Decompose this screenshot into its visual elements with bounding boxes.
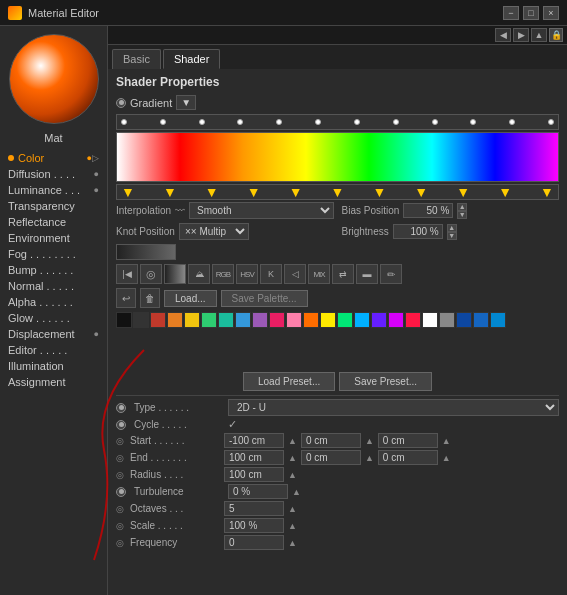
sidebar-item-normal[interactable]: Normal . . . . .: [4, 278, 103, 294]
palette-swatch-0[interactable]: [116, 312, 132, 328]
type-select[interactable]: 2D - U: [228, 399, 559, 416]
tool-circle-button[interactable]: ◎: [140, 264, 162, 284]
save-palette-button[interactable]: Save Palette...: [221, 290, 308, 307]
palette-swatch-20[interactable]: [456, 312, 472, 328]
undo-button[interactable]: ↩: [116, 288, 136, 308]
palette-swatch-11[interactable]: [303, 312, 319, 328]
stop-marker-8[interactable]: ▼: [414, 184, 428, 200]
end-y-input[interactable]: [301, 450, 361, 465]
stop-marker-1[interactable]: ▼: [121, 184, 135, 200]
palette-swatch-16[interactable]: [388, 312, 404, 328]
gradient-top-bar[interactable]: [116, 114, 559, 130]
start-x-input[interactable]: [224, 433, 284, 448]
sidebar-item-luminance[interactable]: Luminance . . . ●: [4, 182, 103, 198]
palette-swatch-5[interactable]: [201, 312, 217, 328]
start-y-spin-up[interactable]: ▲: [365, 436, 374, 446]
gradient-stops-bar[interactable]: ▼ ▼ ▼ ▼ ▼ ▼ ▼ ▼ ▼ ▼ ▼: [116, 184, 559, 200]
sidebar-item-transparency[interactable]: Transparency: [4, 198, 103, 214]
turbulence-radio[interactable]: [116, 487, 126, 497]
sidebar-item-alpha[interactable]: Alpha . . . . . .: [4, 294, 103, 310]
palette-swatch-15[interactable]: [371, 312, 387, 328]
interpolation-select[interactable]: Smooth: [189, 202, 333, 219]
start-y-input[interactable]: [301, 433, 361, 448]
close-button[interactable]: ×: [543, 6, 559, 20]
arrow-left-button[interactable]: ◀: [495, 28, 511, 42]
type-radio[interactable]: [116, 403, 126, 413]
octaves-input[interactable]: [224, 501, 284, 516]
load-preset-button[interactable]: Load Preset...: [243, 372, 335, 391]
end-x-spin-up[interactable]: ▲: [288, 453, 297, 463]
tab-basic[interactable]: Basic: [112, 49, 161, 69]
frequency-spin-up[interactable]: ▲: [288, 538, 297, 548]
sidebar-item-diffusion[interactable]: Diffusion . . . . ●: [4, 166, 103, 182]
end-x-input[interactable]: [224, 450, 284, 465]
title-controls[interactable]: − □ ×: [503, 6, 559, 20]
minimize-button[interactable]: −: [503, 6, 519, 20]
palette-swatch-7[interactable]: [235, 312, 251, 328]
tool-left-button[interactable]: |◀: [116, 264, 138, 284]
bias-down-button[interactable]: ▼: [457, 211, 467, 219]
stop-marker-2[interactable]: ▼: [163, 184, 177, 200]
tool-swap-button[interactable]: ⇄: [332, 264, 354, 284]
stop-marker-10[interactable]: ▼: [498, 184, 512, 200]
trash-button[interactable]: 🗑: [140, 288, 160, 308]
scale-input[interactable]: [224, 518, 284, 533]
palette-swatch-4[interactable]: [184, 312, 200, 328]
sidebar-item-editor[interactable]: Editor . . . . .: [4, 342, 103, 358]
palette-swatch-19[interactable]: [439, 312, 455, 328]
start-z-input[interactable]: [378, 433, 438, 448]
sidebar-item-color[interactable]: Color ● ▷: [4, 150, 103, 166]
brightness-up-button[interactable]: ▲: [447, 224, 457, 232]
tool-hsv-button[interactable]: HSV: [236, 264, 258, 284]
sidebar-item-environment[interactable]: Environment: [4, 230, 103, 246]
tool-mix-button[interactable]: MIX: [308, 264, 330, 284]
scale-spin-up[interactable]: ▲: [288, 521, 297, 531]
gradient-preview[interactable]: [116, 132, 559, 182]
sidebar-item-reflectance[interactable]: Reflectance: [4, 214, 103, 230]
brightness-down-button[interactable]: ▼: [447, 232, 457, 240]
tool-rgb-button[interactable]: RGB: [212, 264, 234, 284]
stop-marker-7[interactable]: ▼: [372, 184, 386, 200]
bias-position-input[interactable]: [403, 203, 453, 218]
sidebar-item-illumination[interactable]: Illumination: [4, 358, 103, 374]
arrow-right-button[interactable]: ▶: [513, 28, 529, 42]
palette-swatch-8[interactable]: [252, 312, 268, 328]
maximize-button[interactable]: □: [523, 6, 539, 20]
palette-swatch-6[interactable]: [218, 312, 234, 328]
stop-marker-9[interactable]: ▼: [456, 184, 470, 200]
end-y-spin-up[interactable]: ▲: [365, 453, 374, 463]
start-z-spin-up[interactable]: ▲: [442, 436, 451, 446]
palette-swatch-3[interactable]: [167, 312, 183, 328]
end-z-spin-up[interactable]: ▲: [442, 453, 451, 463]
tool-pencil-button[interactable]: ✏: [380, 264, 402, 284]
palette-swatch-22[interactable]: [490, 312, 506, 328]
arrow-up-button[interactable]: ▲: [531, 28, 547, 42]
sidebar-item-assignment[interactable]: Assignment: [4, 374, 103, 390]
sidebar-item-glow[interactable]: Glow . . . . . .: [4, 310, 103, 326]
palette-swatch-17[interactable]: [405, 312, 421, 328]
stop-marker-6[interactable]: ▼: [331, 184, 345, 200]
sidebar-item-fog[interactable]: Fog . . . . . . . .: [4, 246, 103, 262]
tool-rect-button[interactable]: ▬: [356, 264, 378, 284]
palette-swatch-9[interactable]: [269, 312, 285, 328]
sidebar-item-bump[interactable]: Bump . . . . . .: [4, 262, 103, 278]
palette-swatch-13[interactable]: [337, 312, 353, 328]
tool-mountain-button[interactable]: ⛰: [188, 264, 210, 284]
start-x-spin-up[interactable]: ▲: [288, 436, 297, 446]
tool-k-button[interactable]: K: [260, 264, 282, 284]
sidebar-item-displacement[interactable]: Displacement ●: [4, 326, 103, 342]
radius-input[interactable]: [224, 467, 284, 482]
gradient-dropdown[interactable]: ▼: [176, 95, 196, 110]
stop-marker-11[interactable]: ▼: [540, 184, 554, 200]
radius-spin-up[interactable]: ▲: [288, 470, 297, 480]
end-z-input[interactable]: [378, 450, 438, 465]
palette-swatch-21[interactable]: [473, 312, 489, 328]
palette-swatch-1[interactable]: [133, 312, 149, 328]
palette-swatch-10[interactable]: [286, 312, 302, 328]
gradient-radio[interactable]: [116, 98, 126, 108]
palette-swatch-2[interactable]: [150, 312, 166, 328]
bias-up-button[interactable]: ▲: [457, 203, 467, 211]
cycle-radio[interactable]: [116, 420, 126, 430]
turbulence-input[interactable]: [228, 484, 288, 499]
stop-marker-5[interactable]: ▼: [289, 184, 303, 200]
